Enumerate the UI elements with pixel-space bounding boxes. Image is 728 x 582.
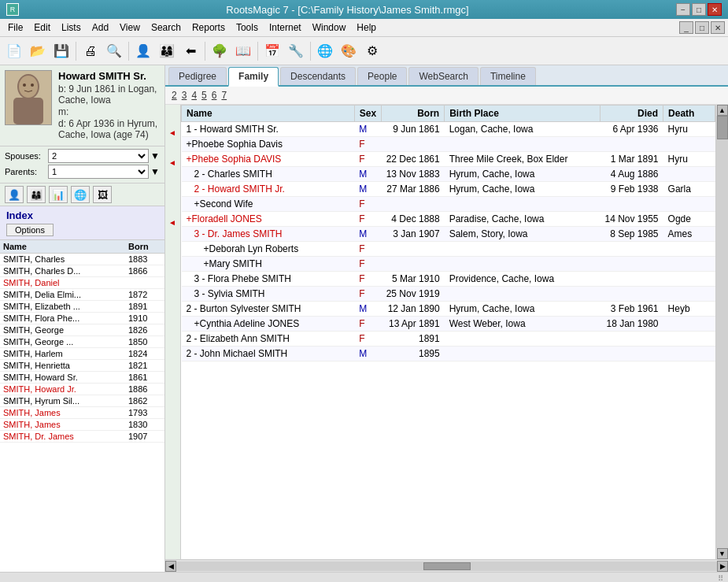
hscroll-right-btn[interactable]: ▶	[717, 561, 728, 572]
data-table-wrapper[interactable]: Name Sex Born Birth Place Died Death 1 -…	[181, 105, 715, 559]
col-data-sex[interactable]: Sex	[354, 106, 381, 122]
menu-lists[interactable]: Lists	[57, 20, 86, 35]
index-name-cell[interactable]: SMITH, Elizabeth ...	[0, 301, 125, 313]
table-row[interactable]: 2 - Howard SMITH Jr.M27 Mar 1886Hyrum, C…	[182, 182, 715, 197]
tab-descendants[interactable]: Descendants	[280, 67, 356, 85]
tab-family[interactable]: Family	[228, 67, 279, 87]
menu-file[interactable]: File	[3, 20, 28, 35]
table-row[interactable]: 2 - Burton Sylvester SMITHM12 Jan 1890Hy…	[182, 302, 715, 317]
table-row[interactable]: 3 - Dr. James SMITHM3 Jan 1907Salem, Sto…	[182, 227, 715, 242]
index-name-cell[interactable]: SMITH, Hyrum Sil...	[0, 395, 125, 407]
col-data-death[interactable]: Death	[663, 106, 715, 122]
index-name-cell[interactable]: SMITH, Charles D...	[0, 265, 125, 277]
table-row[interactable]: 1 - Howard SMITH Sr.M9 Jun 1861Logan, Ca…	[182, 122, 715, 137]
index-family-icon[interactable]: 👨‍👩‍👦	[27, 186, 46, 203]
spouses-select[interactable]: 2	[48, 149, 149, 163]
data-name-cell[interactable]: 2 - Howard SMITH Jr.	[182, 182, 355, 197]
index-row[interactable]: SMITH, James1830	[0, 419, 164, 431]
menu-tools[interactable]: Tools	[231, 20, 263, 35]
toolbar-settings[interactable]: ⚙	[361, 40, 383, 62]
index-row[interactable]: SMITH, Hyrum Sil...1862	[0, 395, 164, 407]
mdi-minimize[interactable]: _	[679, 21, 693, 34]
scroll-down-btn[interactable]: ▼	[717, 548, 728, 559]
index-person-icon[interactable]: 👤	[5, 186, 24, 203]
index-list[interactable]: Name Born SMITH, Charles1883SMITH, Charl…	[0, 240, 164, 572]
mdi-close[interactable]: ✕	[711, 21, 725, 34]
table-row[interactable]: +Phoebe Sophia DavisF	[182, 137, 715, 152]
toolbar-search[interactable]: 🔍	[103, 40, 125, 62]
options-button[interactable]: Options	[6, 224, 54, 236]
toolbar-webmedia[interactable]: 🌐	[314, 40, 336, 62]
toolbar-calendar[interactable]: 📅	[261, 40, 283, 62]
pedigree-num-4[interactable]: 4	[191, 90, 197, 101]
index-row[interactable]: SMITH, Howard Jr.1886	[0, 384, 164, 395]
table-row[interactable]: 3 - Flora Phebe SMITHF5 Mar 1910Providen…	[182, 272, 715, 287]
tab-pedigree[interactable]: Pedigree	[168, 67, 227, 85]
pedigree-num-3[interactable]: 3	[182, 90, 187, 101]
index-row[interactable]: SMITH, Delia Elmi...1872	[0, 289, 164, 301]
menu-search[interactable]: Search	[146, 20, 186, 35]
menu-view[interactable]: View	[115, 20, 145, 35]
data-name-cell[interactable]: +Mary SMITH	[182, 257, 355, 272]
data-name-cell[interactable]: 2 - Elizabeth Ann SMITH	[182, 332, 355, 347]
index-globe-icon[interactable]: 🌐	[71, 186, 90, 203]
table-row[interactable]: +Mary SMITHF	[182, 257, 715, 272]
data-name-cell[interactable]: 2 - Burton Sylvester SMITH	[182, 302, 355, 317]
index-media-icon[interactable]: 🖼	[93, 186, 112, 203]
menu-add[interactable]: Add	[87, 20, 113, 35]
scroll-thumb[interactable]	[717, 116, 728, 139]
close-button[interactable]: ✕	[708, 3, 722, 16]
toolbar-family[interactable]: 👨‍👩‍👦	[156, 40, 178, 62]
data-name-cell[interactable]: +Phoebe Sophia Davis	[182, 137, 355, 152]
index-row[interactable]: SMITH, Daniel	[0, 277, 164, 289]
pedigree-num-5[interactable]: 5	[201, 90, 207, 101]
toolbar-open[interactable]: 📂	[27, 40, 49, 62]
toolbar-print[interactable]: 🖨	[79, 40, 102, 62]
index-name-cell[interactable]: SMITH, Harlem	[0, 348, 125, 360]
index-row[interactable]: SMITH, Elizabeth ...1891	[0, 301, 164, 313]
data-name-cell[interactable]: 2 - John Michael SMITH	[182, 347, 355, 361]
col-data-born[interactable]: Born	[382, 106, 445, 122]
menu-reports[interactable]: Reports	[187, 20, 230, 35]
row-arrow-btn[interactable]: ◄	[165, 215, 179, 230]
toolbar-tools2[interactable]: 🔧	[285, 40, 307, 62]
tab-timeline[interactable]: Timeline	[480, 67, 536, 85]
toolbar-save[interactable]: 💾	[50, 40, 72, 62]
index-row[interactable]: SMITH, Charles D...1866	[0, 265, 164, 277]
scroll-up-btn[interactable]: ▲	[717, 105, 728, 116]
row-arrow-btn[interactable]: ◄	[165, 155, 179, 170]
maximize-button[interactable]: □	[692, 3, 706, 16]
pedigree-num-7[interactable]: 7	[221, 90, 227, 101]
parents-select[interactable]: 1	[48, 165, 149, 179]
data-name-cell[interactable]: 1 - Howard SMITH Sr.	[182, 122, 355, 137]
index-name-cell[interactable]: SMITH, Delia Elmi...	[0, 289, 125, 301]
data-name-cell[interactable]: +Floradell JONES	[182, 212, 355, 227]
index-row[interactable]: SMITH, Dr. James1907	[0, 431, 164, 443]
data-name-cell[interactable]: 3 - Sylvia SMITH	[182, 287, 355, 302]
parents-dropdown-btn[interactable]: ▼	[150, 166, 160, 177]
minimize-button[interactable]: −	[676, 3, 690, 16]
index-row[interactable]: SMITH, James1793	[0, 407, 164, 419]
menu-edit[interactable]: Edit	[29, 20, 55, 35]
pedigree-num-6[interactable]: 6	[212, 90, 217, 101]
data-name-cell[interactable]: +Phebe Sophia DAVIS	[182, 152, 355, 167]
resize-grip[interactable]: ⠿	[718, 574, 723, 582]
table-row[interactable]: +Second WifeF	[182, 197, 715, 212]
index-chart-icon[interactable]: 📊	[49, 186, 68, 203]
col-data-name[interactable]: Name	[182, 106, 355, 122]
index-name-cell[interactable]: SMITH, Charles	[0, 254, 125, 265]
toolbar-pedigree[interactable]: 🌳	[209, 40, 231, 62]
data-name-cell[interactable]: +Second Wife	[182, 197, 355, 212]
table-row[interactable]: 2 - Charles SMITHM13 Nov 1883Hyrum, Cach…	[182, 167, 715, 182]
table-row[interactable]: +Deborah Lyn RobertsF	[182, 242, 715, 257]
data-name-cell[interactable]: +Cynthia Adeline JONES	[182, 317, 355, 332]
vertical-scrollbar[interactable]: ▲ ▼	[715, 105, 728, 559]
toolbar-nav-back[interactable]: ⬅	[179, 40, 201, 62]
index-row[interactable]: SMITH, Howard Sr.1861	[0, 372, 164, 384]
index-row[interactable]: SMITH, Henrietta1821	[0, 360, 164, 372]
table-row[interactable]: 3 - Sylvia SMITHF25 Nov 1919	[182, 287, 715, 302]
index-name-cell[interactable]: SMITH, Howard Jr.	[0, 384, 125, 395]
index-row[interactable]: SMITH, George ...1850	[0, 336, 164, 348]
toolbar-colorize[interactable]: 🎨	[338, 40, 360, 62]
data-name-cell[interactable]: +Deborah Lyn Roberts	[182, 242, 355, 257]
